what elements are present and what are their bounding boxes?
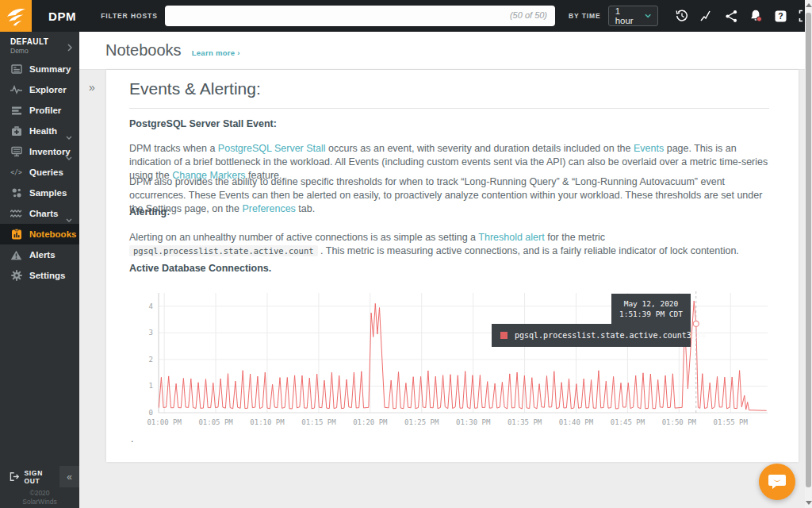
text-run: for the metric bbox=[545, 232, 605, 243]
text-run: occurs as an event, with severity and du… bbox=[326, 143, 634, 154]
svg-text:2: 2 bbox=[149, 356, 153, 364]
notebook-title: Events & Alerting: bbox=[129, 79, 261, 98]
chevron-down-icon bbox=[645, 13, 651, 18]
sidebar-item-inventory[interactable]: Inventory bbox=[0, 141, 79, 162]
sidebar-item-charts[interactable]: Charts bbox=[0, 203, 79, 224]
svg-text:01:05 PM: 01:05 PM bbox=[198, 418, 233, 426]
help-icon[interactable]: ? bbox=[773, 9, 787, 23]
svg-text:01:30 PM: 01:30 PM bbox=[456, 418, 491, 426]
signout-row: SIGN OUT « bbox=[0, 466, 79, 487]
signout-icon bbox=[10, 471, 19, 482]
sidebar-item-label: Profiler bbox=[29, 106, 61, 115]
inline-link[interactable]: PostgreSQL Server Stall bbox=[218, 143, 326, 154]
activity-icon[interactable] bbox=[699, 9, 714, 23]
svg-text:3: 3 bbox=[149, 329, 153, 337]
text-run: Alerting on an unhealthy number of activ… bbox=[129, 232, 478, 243]
sidebar-item-notebooks[interactable]: Notebooks bbox=[0, 224, 79, 244]
sidebar-item-label: Queries bbox=[29, 167, 63, 177]
text-run: tab. bbox=[296, 203, 315, 214]
learn-more-link[interactable]: Learn more › bbox=[192, 48, 240, 57]
sidebar-nav: SummaryExplorerProfilerHealthInventory</… bbox=[0, 59, 79, 286]
svg-text:01:55 PM: 01:55 PM bbox=[714, 418, 749, 426]
sidebar-item-profiler[interactable]: Profiler bbox=[0, 100, 79, 121]
chat-button[interactable] bbox=[759, 464, 795, 500]
sidebar-item-samples[interactable]: Samples bbox=[0, 183, 79, 203]
time-range-value: 1 hour bbox=[615, 6, 639, 25]
section-heading-stall-event: PostgreSQL Server Stall Event: bbox=[129, 118, 277, 129]
sidebar-item-alerts[interactable]: Alerts bbox=[0, 244, 79, 265]
series-swatch-icon bbox=[500, 332, 508, 339]
solarwinds-logo-icon[interactable] bbox=[0, 0, 32, 32]
page-header: Notebooks Learn more › bbox=[79, 32, 806, 70]
trailing-dot: . bbox=[131, 433, 133, 444]
notifications-icon[interactable] bbox=[749, 9, 763, 23]
sidebar-item-health[interactable]: Health bbox=[0, 121, 79, 141]
panel-expand-button[interactable]: » bbox=[84, 79, 100, 95]
svg-text:01:15 PM: 01:15 PM bbox=[301, 418, 336, 426]
time-range-select[interactable]: 1 hour bbox=[608, 6, 658, 26]
signout-button[interactable]: SIGN OUT bbox=[0, 469, 59, 485]
app-title: DPM bbox=[48, 10, 76, 23]
sidebar-item-queries[interactable]: </>Queries bbox=[0, 162, 79, 183]
chart-tooltip-metric: pgsql.processlist.state.active.count 3.3… bbox=[492, 324, 691, 347]
tooltip-time: 1:51:39 PM CDT bbox=[611, 309, 691, 319]
history-icon[interactable] bbox=[675, 9, 689, 23]
by-time-label: BY TIME bbox=[569, 12, 601, 20]
text-run: . This metric is measuring active connec… bbox=[318, 245, 739, 256]
svg-text:4: 4 bbox=[149, 302, 153, 310]
copyright-brand: SolarWinds bbox=[0, 498, 79, 506]
alerts-icon bbox=[10, 249, 22, 261]
sidebar-item-label: Health bbox=[29, 126, 57, 136]
sidebar-collapse-button[interactable]: « bbox=[59, 466, 79, 487]
scroll-up-arrow-icon[interactable] bbox=[806, 3, 812, 7]
inline-link[interactable]: Threshold alert bbox=[478, 232, 544, 243]
sidebar-item-label: Inventory bbox=[29, 147, 71, 156]
chart-tooltip-timestamp: May 12, 2020 1:51:39 PM CDT bbox=[611, 294, 691, 324]
logo-swirl bbox=[6, 6, 27, 27]
svg-text:01:00 PM: 01:00 PM bbox=[147, 418, 182, 426]
sidebar: DEFAULT Demo SummaryExplorerProfilerHeal… bbox=[0, 32, 79, 508]
tooltip-metric-value: 3.34 bbox=[687, 331, 706, 340]
page-title: Notebooks bbox=[105, 41, 182, 60]
chat-bubble-icon bbox=[768, 472, 787, 491]
main-area: Notebooks Learn more › » Events & Alerti… bbox=[79, 32, 812, 508]
scroll-down-arrow-icon[interactable] bbox=[806, 501, 812, 505]
svg-text:01:40 PM: 01:40 PM bbox=[559, 418, 594, 426]
environment-switcher[interactable]: DEFAULT Demo bbox=[0, 32, 79, 59]
svg-text:1: 1 bbox=[149, 382, 153, 390]
health-icon bbox=[10, 125, 22, 137]
svg-text:01:45 PM: 01:45 PM bbox=[611, 418, 645, 426]
connections-chart[interactable]: 0123401:00 PM01:05 PM01:10 PM01:15 PM01:… bbox=[129, 290, 773, 437]
section-heading-alerting: Alerting: bbox=[129, 206, 170, 217]
environment-name: DEFAULT bbox=[10, 37, 71, 46]
host-search-input[interactable] bbox=[165, 6, 555, 26]
chevron-right-icon bbox=[67, 40, 72, 55]
queries-icon: </> bbox=[10, 167, 22, 179]
chart-caption: Active Database Connections. bbox=[129, 263, 271, 274]
notebooks-icon bbox=[10, 229, 22, 241]
sidebar-item-summary[interactable]: Summary bbox=[0, 59, 79, 79]
inventory-icon bbox=[10, 146, 22, 158]
svg-text:01:20 PM: 01:20 PM bbox=[353, 418, 388, 426]
sidebar-item-label: Charts bbox=[29, 209, 58, 218]
scrollbar-thumb[interactable] bbox=[806, 13, 811, 487]
share-icon[interactable] bbox=[724, 9, 738, 23]
topbar-actions: ? bbox=[675, 9, 812, 23]
inline-link[interactable]: Events bbox=[634, 143, 664, 154]
paragraph-thresholds: DPM also provides the ability to define … bbox=[129, 175, 768, 216]
vertical-scrollbar[interactable] bbox=[805, 0, 812, 508]
sidebar-item-settings[interactable]: Settings bbox=[0, 265, 79, 286]
environment-subtitle: Demo bbox=[10, 47, 71, 55]
app-window: DPM FILTER HOSTS (50 of 50) BY TIME 1 ho… bbox=[0, 0, 812, 508]
sidebar-item-explorer[interactable]: Explorer bbox=[0, 79, 79, 100]
paragraph-alerting: Alerting on an unhealthy number of activ… bbox=[129, 231, 768, 258]
text-run: DPM also provides the ability to define … bbox=[129, 176, 762, 214]
inline-code: pgsql.processlist.state.active.count bbox=[129, 245, 318, 256]
tooltip-date: May 12, 2020 bbox=[611, 298, 691, 309]
samples-icon bbox=[10, 187, 22, 199]
inline-link[interactable]: Preferences bbox=[242, 203, 295, 214]
topbar: DPM FILTER HOSTS (50 of 50) BY TIME 1 ho… bbox=[0, 0, 812, 32]
tooltip-metric-name: pgsql.processlist.state.active.count bbox=[515, 331, 687, 340]
svg-text:01:25 PM: 01:25 PM bbox=[404, 418, 439, 426]
sidebar-item-label: Explorer bbox=[29, 85, 67, 94]
